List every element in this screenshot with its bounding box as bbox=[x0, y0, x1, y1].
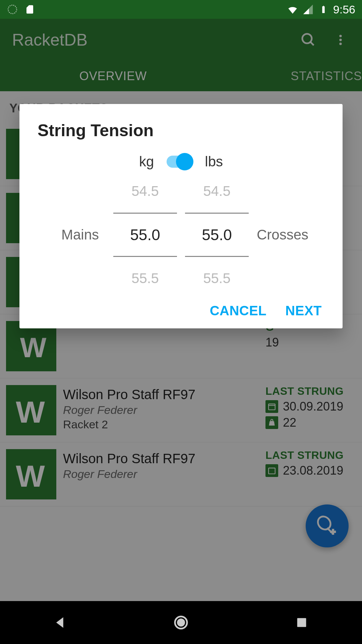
sd-card-icon bbox=[24, 4, 36, 15]
next-button[interactable]: NEXT bbox=[285, 303, 322, 318]
crosses-picker[interactable]: 54.5 55.0 55.5 bbox=[185, 183, 249, 286]
picker-prev: 54.5 bbox=[131, 183, 159, 199]
unit-switch[interactable] bbox=[167, 156, 192, 168]
signal-icon bbox=[302, 4, 314, 15]
mains-label: Mains bbox=[55, 227, 105, 243]
svg-point-20 bbox=[177, 619, 185, 627]
svg-point-0 bbox=[8, 5, 17, 14]
svg-rect-21 bbox=[297, 618, 306, 627]
home-button[interactable] bbox=[171, 612, 191, 633]
recent-button[interactable] bbox=[292, 612, 312, 633]
dialog-title: String Tension bbox=[38, 121, 324, 140]
unit-toggle-row: kg lbs bbox=[38, 154, 324, 170]
tension-pickers: Mains 54.5 55.0 55.5 54.5 55.0 55.5 Cros… bbox=[38, 183, 324, 286]
picker-prev: 54.5 bbox=[203, 183, 231, 199]
android-nav-bar bbox=[0, 601, 362, 644]
unit-kg-label: kg bbox=[139, 154, 154, 170]
status-time: 9:56 bbox=[333, 3, 355, 16]
string-tension-dialog: String Tension kg lbs Mains 54.5 55.0 55… bbox=[19, 104, 343, 328]
unit-lbs-label: lbs bbox=[205, 154, 223, 170]
status-bar: 9:56 bbox=[0, 0, 362, 19]
mains-picker[interactable]: 54.5 55.0 55.5 bbox=[113, 183, 177, 286]
wifi-icon bbox=[287, 4, 298, 15]
picker-current[interactable]: 55.0 bbox=[185, 213, 249, 257]
loading-icon bbox=[7, 4, 18, 15]
dialog-actions: CANCEL NEXT bbox=[38, 303, 324, 318]
battery-icon bbox=[318, 4, 329, 15]
picker-current[interactable]: 55.0 bbox=[113, 213, 177, 257]
crosses-label: Crosses bbox=[257, 227, 307, 243]
picker-next: 55.5 bbox=[203, 270, 231, 286]
cancel-button[interactable]: CANCEL bbox=[210, 303, 267, 318]
picker-next: 55.5 bbox=[131, 270, 159, 286]
back-button[interactable] bbox=[50, 612, 70, 633]
